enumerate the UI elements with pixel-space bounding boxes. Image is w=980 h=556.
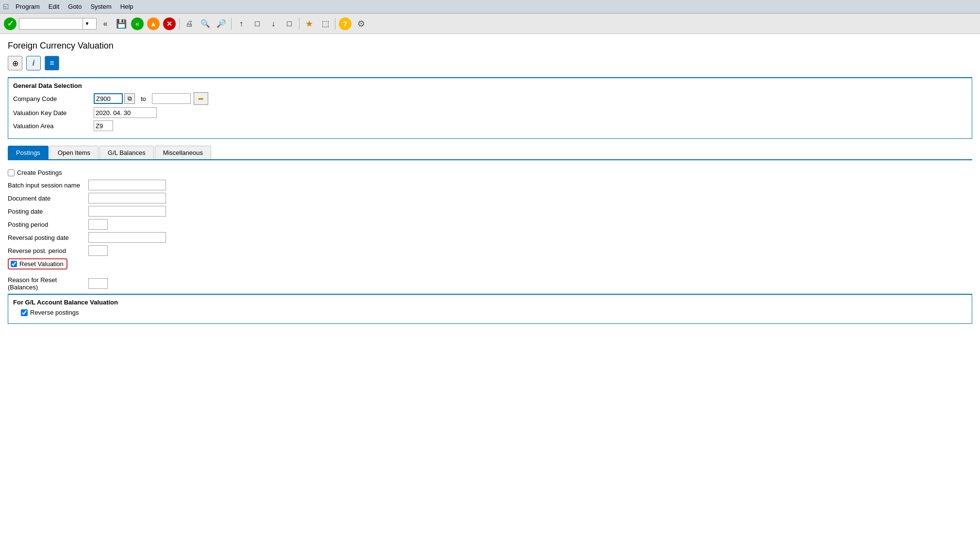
to-label-company-code: to — [141, 95, 146, 102]
document-date-row: Document date — [8, 193, 972, 203]
layout-button[interactable]: ⬚ — [318, 17, 332, 31]
upload-button[interactable]: ↑ — [234, 17, 249, 31]
tab-open-items[interactable]: Open Items — [50, 146, 99, 159]
valuation-area-label: Valuation Area — [13, 122, 91, 130]
company-code-copy-button[interactable]: ⧉ — [124, 93, 135, 104]
create-postings-checkbox[interactable] — [8, 169, 15, 176]
reverse-post-period-input[interactable] — [88, 245, 108, 256]
command-dropdown-arrow[interactable]: ▼ — [83, 18, 91, 29]
app-icon: ◱ — [3, 2, 12, 11]
star-button[interactable]: ★ — [302, 17, 316, 31]
copy1-icon: □ — [255, 19, 260, 28]
upload-icon: ↑ — [239, 19, 243, 28]
valuation-area-input[interactable] — [94, 120, 113, 131]
create-postings-label: Create Postings — [17, 169, 62, 176]
back-green-icon: « — [131, 17, 144, 30]
posting-period-input[interactable] — [88, 219, 108, 230]
settings-button[interactable]: ⚙ — [354, 17, 368, 31]
posting-date-input[interactable] — [88, 206, 166, 217]
back-fast-icon: « — [103, 19, 108, 28]
download-button[interactable]: ↓ — [266, 17, 281, 31]
find-next-button[interactable]: 🔎 — [214, 17, 229, 31]
help-icon: ? — [339, 17, 351, 30]
copy1-button[interactable]: □ — [250, 17, 265, 31]
separator-2 — [231, 18, 232, 30]
download-icon: ↓ — [271, 19, 275, 28]
reversal-posting-date-label: Reversal posting date — [8, 234, 85, 241]
tab-miscellaneous[interactable]: Miscellaneous — [155, 146, 211, 159]
company-code-arrow-button[interactable]: ➦ — [194, 92, 208, 105]
find-next-icon: 🔎 — [216, 19, 226, 28]
valuation-area-row: Valuation Area — [13, 120, 967, 131]
separator-1 — [179, 18, 180, 30]
reason-for-reset-input[interactable] — [88, 278, 108, 289]
tabs-container: Postings Open Items G/L Balances Miscell… — [8, 146, 972, 326]
reverse-postings-row: Reverse postings — [13, 309, 967, 316]
help-button[interactable]: ? — [338, 17, 352, 31]
back-green-button[interactable]: « — [130, 17, 145, 31]
company-code-label: Company Code — [13, 95, 91, 102]
menu-goto[interactable]: Goto — [68, 3, 82, 10]
valuation-key-date-label: Valuation Key Date — [13, 109, 91, 117]
action-execute-icon: ⊕ — [12, 59, 18, 68]
stop-icon: ✕ — [163, 17, 176, 30]
menu-bar: Program Edit Goto System Help — [16, 3, 133, 10]
gl-account-sub-section-title: For G/L Account Balance Valuation — [13, 299, 967, 306]
execute-icon: ✓ — [4, 17, 17, 30]
page-title: Foreign Currency Valuation — [8, 41, 972, 51]
action-info-button[interactable]: i — [26, 56, 41, 70]
reversal-posting-date-input[interactable] — [88, 232, 166, 243]
settings-icon: ⚙ — [357, 18, 365, 29]
find-icon-1: 🔍 — [200, 19, 210, 28]
reason-for-reset-row: Reason for Reset (Balances) — [8, 276, 972, 291]
action-execute-button[interactable]: ⊕ — [8, 56, 22, 70]
menu-program[interactable]: Program — [16, 3, 40, 10]
reverse-postings-checkbox[interactable] — [21, 309, 28, 316]
menu-edit[interactable]: Edit — [49, 3, 59, 10]
batch-input-label: Batch input session name — [8, 182, 85, 189]
print-icon: 🖨 — [185, 19, 193, 28]
posting-date-row: Posting date — [8, 206, 972, 217]
find-button-1[interactable]: 🔍 — [198, 17, 213, 31]
stop-button[interactable]: ✕ — [162, 17, 177, 31]
reset-valuation-checkbox[interactable] — [11, 261, 17, 267]
batch-input-input[interactable] — [88, 180, 166, 190]
command-input[interactable] — [19, 18, 83, 29]
execute-button[interactable]: ✓ — [3, 17, 17, 31]
create-postings-row: Create Postings — [8, 169, 972, 176]
general-data-selection-section: General Data Selection Company Code ⧉ to… — [8, 77, 972, 139]
up-button[interactable]: ▲ — [146, 17, 161, 31]
toolbar: ✓ ▼ « 💾 « ▲ ✕ 🖨 🔍 🔎 ↑ □ — [0, 14, 980, 34]
action-list-button[interactable]: ≡ — [45, 56, 59, 70]
command-input-wrap: ▼ — [19, 18, 97, 30]
company-code-input-group: ⧉ — [94, 93, 135, 104]
print-button[interactable]: 🖨 — [182, 17, 197, 31]
menu-help[interactable]: Help — [120, 3, 133, 10]
up-icon: ▲ — [147, 17, 160, 30]
save-button[interactable]: 💾 — [114, 17, 129, 31]
company-code-input[interactable] — [94, 93, 123, 104]
reverse-postings-label: Reverse postings — [30, 309, 79, 316]
action-icons-row: ⊕ i ≡ — [8, 56, 972, 70]
document-date-input[interactable] — [88, 193, 166, 203]
reverse-post-period-label: Reverse post. period — [8, 247, 85, 254]
posting-date-label: Posting date — [8, 208, 85, 215]
save-icon: 💾 — [116, 18, 127, 29]
tab-gl-balances[interactable]: G/L Balances — [100, 146, 154, 159]
back-fast-button[interactable]: « — [98, 17, 113, 31]
action-list-icon: ≡ — [50, 59, 54, 67]
action-info-icon: i — [33, 59, 34, 67]
separator-4 — [335, 18, 335, 30]
posting-period-label: Posting period — [8, 221, 85, 228]
company-code-row: Company Code ⧉ to ➦ — [13, 92, 967, 105]
copy2-button[interactable]: □ — [282, 17, 297, 31]
company-code-to-input[interactable] — [152, 93, 191, 104]
posting-period-row: Posting period — [8, 219, 972, 230]
layout-icon: ⬚ — [322, 19, 329, 28]
menu-system[interactable]: System — [90, 3, 111, 10]
valuation-key-date-input[interactable] — [94, 107, 157, 118]
tabs-row: Postings Open Items G/L Balances Miscell… — [8, 146, 972, 160]
batch-input-row: Batch input session name — [8, 180, 972, 190]
tab-postings[interactable]: Postings — [8, 146, 49, 159]
section-title: General Data Selection — [13, 82, 967, 89]
